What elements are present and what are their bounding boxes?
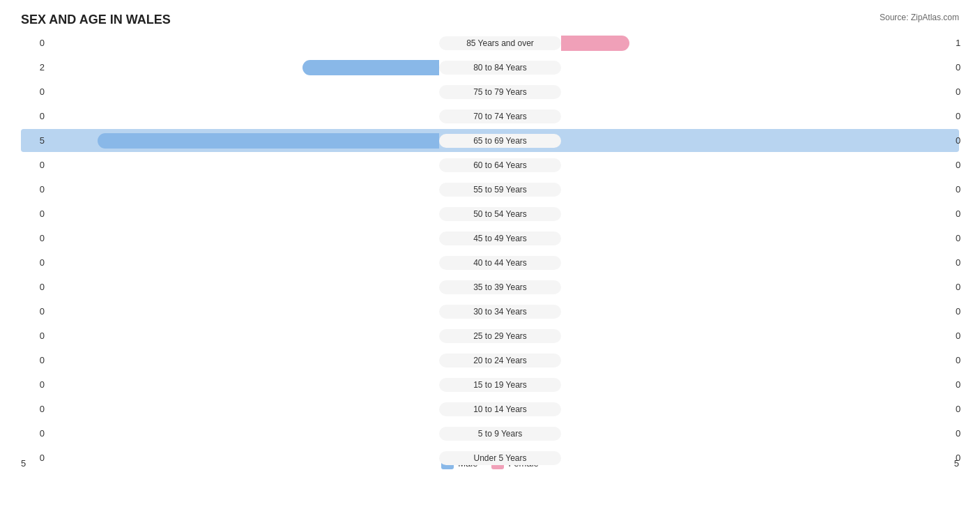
female-value: 0 bbox=[951, 86, 979, 97]
bar-row: 0 85 Years and over 1 bbox=[21, 31, 959, 54]
male-bar bbox=[303, 60, 439, 75]
left-bar-area bbox=[49, 304, 439, 319]
bar-row: 0 15 to 19 Years 0 bbox=[21, 373, 959, 396]
female-value: 0 bbox=[951, 331, 979, 341]
bar-row: 2 80 to 84 Years 0 bbox=[21, 56, 959, 79]
right-bar-area bbox=[561, 158, 951, 173]
age-label: 70 to 74 Years bbox=[439, 109, 561, 123]
chart-container: SEX AND AGE IN WALES Source: ZipAtlas.co… bbox=[0, 0, 980, 516]
male-bar bbox=[98, 133, 439, 149]
right-bar-area bbox=[561, 450, 951, 466]
bar-row: 0 50 to 54 Years 0 bbox=[21, 202, 959, 225]
male-value: 0 bbox=[21, 208, 49, 219]
male-value: 0 bbox=[21, 379, 49, 390]
female-value: 0 bbox=[951, 160, 979, 170]
bar-row: 0 5 to 9 Years 0 bbox=[21, 422, 959, 445]
left-bar-area bbox=[49, 158, 439, 173]
left-bar-area bbox=[49, 450, 439, 466]
bar-row: 5 65 to 69 Years 0 bbox=[21, 129, 959, 152]
bar-row: 0 35 to 39 Years 0 bbox=[21, 275, 959, 298]
male-value: 0 bbox=[21, 257, 49, 268]
male-value: 0 bbox=[21, 331, 49, 341]
bar-row: 0 45 to 49 Years 0 bbox=[21, 227, 959, 250]
chart-title: SEX AND AGE IN WALES bbox=[21, 13, 959, 27]
left-bar-area bbox=[49, 182, 439, 197]
female-value: 0 bbox=[951, 233, 979, 243]
chart-area: 0 85 Years and over 1 2 80 to 84 Years 0… bbox=[21, 31, 959, 451]
female-bar bbox=[561, 36, 629, 51]
left-bar-area bbox=[49, 84, 439, 100]
left-bar-area bbox=[49, 36, 439, 51]
right-bar-area bbox=[561, 84, 951, 100]
left-bar-area bbox=[49, 280, 439, 295]
left-bar-area bbox=[49, 426, 439, 441]
bar-row: 0 30 to 34 Years 0 bbox=[21, 300, 959, 323]
right-bar-area bbox=[561, 353, 951, 368]
right-bar-area bbox=[561, 402, 951, 417]
bar-row: 0 60 to 64 Years 0 bbox=[21, 153, 959, 176]
female-value: 1 bbox=[951, 38, 979, 48]
right-bar-area bbox=[561, 133, 951, 149]
bar-row: 0 70 to 74 Years 0 bbox=[21, 105, 959, 128]
age-label: 15 to 19 Years bbox=[439, 378, 561, 392]
male-value: 0 bbox=[21, 86, 49, 97]
male-value: 0 bbox=[21, 306, 49, 317]
female-value: 0 bbox=[951, 135, 979, 146]
left-bar-area bbox=[49, 206, 439, 222]
male-value: 0 bbox=[21, 111, 49, 121]
right-bar-area bbox=[561, 304, 951, 319]
male-value: 5 bbox=[21, 135, 49, 146]
right-bar-area bbox=[561, 328, 951, 344]
male-value: 0 bbox=[21, 428, 49, 439]
male-value: 0 bbox=[21, 184, 49, 195]
left-bar-area bbox=[49, 231, 439, 246]
female-value: 0 bbox=[951, 355, 979, 365]
age-label: Under 5 Years bbox=[439, 451, 561, 465]
female-value: 0 bbox=[951, 404, 979, 414]
male-value: 0 bbox=[21, 404, 49, 414]
age-label: 5 to 9 Years bbox=[439, 427, 561, 441]
age-label: 80 to 84 Years bbox=[439, 61, 561, 75]
age-label: 35 to 39 Years bbox=[439, 280, 561, 294]
bar-row: 0 75 to 79 Years 0 bbox=[21, 80, 959, 103]
left-bar-area bbox=[49, 109, 439, 124]
right-bar-area bbox=[561, 426, 951, 441]
right-bar-area bbox=[561, 36, 951, 51]
female-value: 0 bbox=[951, 282, 979, 292]
male-value: 0 bbox=[21, 38, 49, 48]
age-label: 25 to 29 Years bbox=[439, 329, 561, 343]
female-value: 0 bbox=[951, 111, 979, 121]
age-label: 10 to 14 Years bbox=[439, 402, 561, 416]
right-bar-area bbox=[561, 182, 951, 197]
female-value: 0 bbox=[951, 306, 979, 317]
age-label: 40 to 44 Years bbox=[439, 256, 561, 270]
male-value: 0 bbox=[21, 233, 49, 243]
age-label: 65 to 69 Years bbox=[439, 134, 561, 148]
bar-row: 0 20 to 24 Years 0 bbox=[21, 349, 959, 372]
left-bar-area bbox=[49, 377, 439, 393]
age-label: 45 to 49 Years bbox=[439, 232, 561, 245]
female-value: 0 bbox=[951, 428, 979, 439]
bar-row: 0 25 to 29 Years 0 bbox=[21, 324, 959, 347]
right-bar-area bbox=[561, 280, 951, 295]
age-label: 50 to 54 Years bbox=[439, 207, 561, 221]
bar-row: 0 55 to 59 Years 0 bbox=[21, 178, 959, 201]
right-bar-area bbox=[561, 377, 951, 393]
male-value: 0 bbox=[21, 282, 49, 292]
bar-row: 0 10 to 14 Years 0 bbox=[21, 397, 959, 420]
female-value: 0 bbox=[951, 62, 979, 73]
age-label: 20 to 24 Years bbox=[439, 354, 561, 367]
female-value: 0 bbox=[951, 208, 979, 219]
right-bar-area bbox=[561, 60, 951, 75]
age-label: 60 to 64 Years bbox=[439, 158, 561, 172]
male-value: 0 bbox=[21, 355, 49, 365]
right-bar-area bbox=[561, 255, 951, 271]
female-value: 0 bbox=[951, 453, 979, 463]
age-label: 30 to 34 Years bbox=[439, 305, 561, 319]
right-bar-area bbox=[561, 109, 951, 124]
left-bar-area bbox=[49, 328, 439, 344]
left-bar-area bbox=[49, 60, 439, 75]
source-label: Source: ZipAtlas.com bbox=[880, 13, 959, 22]
age-label: 75 to 79 Years bbox=[439, 85, 561, 99]
bar-row: 0 40 to 44 Years 0 bbox=[21, 251, 959, 274]
